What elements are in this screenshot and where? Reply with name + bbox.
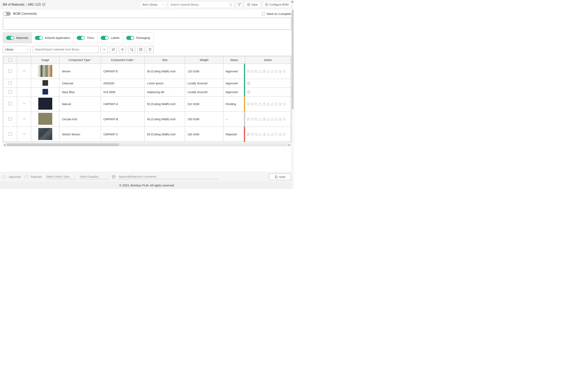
upload-icon[interactable]	[259, 70, 262, 73]
supplier-select[interactable]: Select Supplier...	[79, 174, 109, 179]
filter-button[interactable]	[236, 1, 243, 8]
tab-packaging-toggle[interactable]	[126, 36, 134, 40]
row-checkbox[interactable]	[9, 132, 12, 135]
info-icon[interactable]	[283, 102, 286, 106]
calendar-icon[interactable]	[112, 175, 115, 179]
approved-radio[interactable]	[3, 175, 6, 178]
warning-icon[interactable]	[271, 133, 274, 136]
remove-icon[interactable]	[251, 70, 254, 73]
warning-icon[interactable]	[271, 102, 274, 106]
tag-icon[interactable]	[275, 133, 278, 136]
row-checkbox[interactable]	[9, 90, 12, 93]
approval-save-button[interactable]: Save	[269, 174, 291, 180]
row-checkbox[interactable]	[9, 102, 12, 105]
mark-complete-checkbox[interactable]	[262, 12, 265, 15]
trash-icon[interactable]	[279, 133, 282, 136]
select-all-checkbox[interactable]	[9, 58, 12, 61]
upload-icon[interactable]	[259, 118, 262, 121]
edit-icon[interactable]	[247, 133, 250, 136]
tab-labels[interactable]: Labels	[97, 33, 123, 43]
tab-materials-toggle[interactable]	[6, 36, 14, 40]
info-icon[interactable]	[283, 70, 286, 73]
info-icon[interactable]	[247, 82, 291, 85]
tab-artwork-toggle[interactable]	[35, 36, 43, 40]
trash-icon[interactable]	[279, 70, 282, 73]
trash-icon[interactable]	[279, 102, 282, 106]
warning-icon[interactable]	[271, 118, 274, 121]
flask-icon[interactable]	[267, 102, 270, 106]
flask-icon[interactable]	[267, 118, 270, 121]
scroll-left-icon[interactable]: ◀	[3, 143, 6, 147]
expand-row-icon[interactable]	[22, 132, 26, 136]
flask-icon[interactable]	[267, 133, 270, 136]
tag-icon[interactable]	[275, 118, 278, 121]
library-dropdown-label: Library	[5, 48, 14, 51]
global-search[interactable]	[168, 1, 234, 8]
flask-icon[interactable]	[267, 70, 270, 73]
remove-icon[interactable]	[251, 102, 254, 106]
status-type-select[interactable]: Select Status Type...	[46, 174, 76, 179]
collapse-panel-icon[interactable]	[291, 1, 294, 2]
edit-icon[interactable]	[247, 118, 250, 121]
rejected-radio[interactable]	[25, 175, 28, 178]
chart-icon[interactable]	[263, 118, 266, 121]
copy-icon[interactable]	[255, 70, 258, 73]
library-search-input[interactable]	[35, 48, 96, 51]
row-checkbox[interactable]	[9, 117, 12, 121]
tab-labels-toggle[interactable]	[101, 36, 109, 40]
library-search[interactable]	[33, 46, 98, 53]
component-type-value: Navy Blue	[62, 91, 75, 94]
bom-library-select[interactable]: Bom Library	[140, 1, 166, 8]
tab-artwork-application[interactable]: Artwork Application	[32, 33, 74, 43]
mark-as-complete[interactable]: Mark As Complete	[262, 12, 291, 15]
copy-icon[interactable]	[255, 133, 258, 136]
add-row-button[interactable]	[100, 46, 108, 53]
horizontal-scrollbar[interactable]: ◀ ▶	[3, 143, 291, 147]
chart-icon[interactable]	[263, 70, 266, 73]
info-icon[interactable]	[283, 133, 286, 136]
tag-icon[interactable]	[275, 102, 278, 106]
delete-button[interactable]	[146, 46, 154, 53]
tab-trims[interactable]: Trims	[74, 33, 97, 43]
tab-trims-toggle[interactable]	[77, 36, 85, 40]
title-prefix: Bill of Materials	[3, 3, 24, 6]
chart-icon[interactable]	[263, 133, 266, 136]
upload-icon[interactable]	[259, 133, 262, 136]
save-button[interactable]: Save	[245, 1, 260, 8]
row-checkbox[interactable]	[9, 81, 12, 84]
tab-materials-label: Materials	[16, 36, 28, 40]
tab-materials[interactable]: Materials	[3, 33, 32, 43]
approval-comments-input[interactable]: Approval/Rejection Comments	[118, 174, 218, 179]
info-icon[interactable]	[247, 91, 291, 94]
collapse-row-icon[interactable]	[22, 69, 26, 73]
upload-icon[interactable]	[259, 102, 262, 106]
copy-icon[interactable]	[255, 102, 258, 106]
tab-packaging[interactable]: Packaging	[123, 33, 154, 43]
edit-title-icon[interactable]	[42, 3, 45, 6]
edit-row-button[interactable]	[110, 46, 117, 53]
trash-icon[interactable]	[279, 118, 282, 121]
chart-icon[interactable]	[263, 102, 266, 106]
remove-icon[interactable]	[251, 133, 254, 136]
global-search-input[interactable]	[171, 3, 227, 6]
scroll-right-icon[interactable]: ▶	[288, 143, 291, 147]
info-icon[interactable]	[283, 118, 286, 121]
configure-bom-button[interactable]: Configure BOM	[262, 1, 291, 8]
vertical-scrollbar[interactable]	[291, 0, 294, 189]
library-dropdown[interactable]: Library	[3, 46, 31, 53]
move-button[interactable]	[119, 46, 126, 53]
expand-row-icon[interactable]	[22, 117, 26, 121]
grid-view-button[interactable]	[137, 46, 144, 53]
add-section-button[interactable]	[128, 46, 135, 53]
copy-icon[interactable]	[255, 118, 258, 121]
bom-comments-textarea[interactable]	[3, 18, 291, 30]
column-header-code: Component Code	[111, 58, 133, 62]
bom-comments-toggle[interactable]	[3, 12, 11, 16]
expand-row-icon[interactable]	[22, 102, 26, 106]
warning-icon[interactable]	[271, 70, 274, 73]
edit-icon[interactable]	[247, 102, 250, 106]
tag-icon[interactable]	[275, 70, 278, 73]
row-checkbox[interactable]	[9, 69, 12, 73]
remove-icon[interactable]	[251, 118, 254, 121]
edit-icon[interactable]	[247, 70, 250, 73]
